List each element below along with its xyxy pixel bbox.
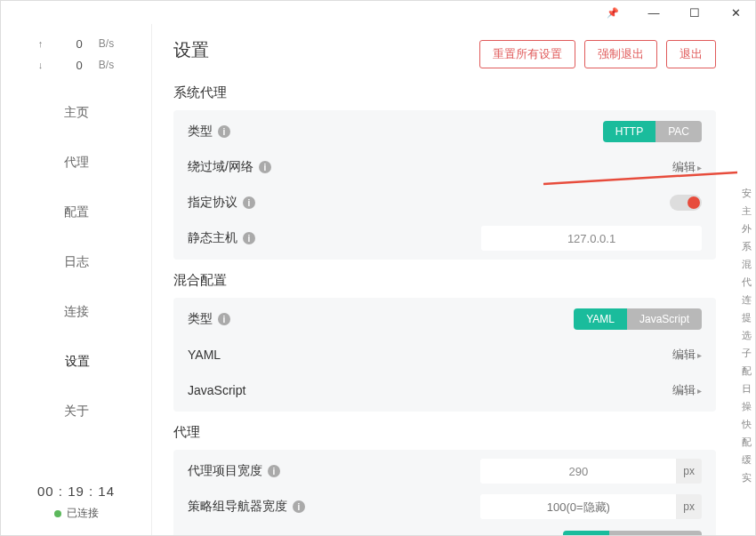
row-custom-sort: 自定义节点排序 默认 延迟 字母 bbox=[188, 524, 702, 536]
chevron-right-icon: ▸ bbox=[697, 163, 702, 172]
unit-px: px bbox=[676, 494, 702, 519]
mixin-type-label: 类型 bbox=[188, 311, 213, 327]
toggle-knob bbox=[688, 196, 700, 209]
force-quit-button[interactable]: 强制退出 bbox=[584, 40, 657, 68]
close-button[interactable]: ✕ bbox=[720, 1, 752, 24]
download-unit: B/s bbox=[99, 59, 114, 71]
section-proxy-title: 代理 bbox=[173, 424, 716, 441]
upload-unit: B/s bbox=[99, 37, 114, 50]
row-mixin-type: 类型 i YAML JavaScript bbox=[188, 301, 702, 337]
sidebar: ↑ 0 B/s ↓ 0 B/s 主页 代理 配置 日志 连接 设置 关于 00 … bbox=[1, 24, 152, 536]
seg-pac[interactable]: PAC bbox=[655, 121, 702, 142]
window-titlebar: 📌 — ☐ ✕ bbox=[1, 1, 755, 24]
seg-sort-default[interactable]: 默认 bbox=[563, 531, 609, 537]
row-yaml: YAML 编辑▸ bbox=[188, 337, 702, 372]
seg-sort-alpha[interactable]: 字母 bbox=[655, 531, 702, 537]
reset-all-button[interactable]: 重置所有设置 bbox=[479, 40, 575, 68]
nav-settings[interactable]: 设置 bbox=[1, 337, 151, 387]
info-icon[interactable]: i bbox=[218, 313, 230, 325]
item-width-label: 代理项目宽度 bbox=[188, 463, 262, 479]
proxy-type-segment[interactable]: HTTP PAC bbox=[603, 121, 702, 142]
row-nav-width: 策略组导航器宽度 i px bbox=[188, 489, 702, 524]
nav-connections[interactable]: 连接 bbox=[1, 287, 151, 337]
pin-icon[interactable]: 📌 bbox=[597, 1, 629, 24]
row-specify-protocol: 指定协议 i bbox=[188, 185, 702, 220]
nav-proxies[interactable]: 代理 bbox=[1, 138, 151, 188]
uptime-clock: 00 : 19 : 14 bbox=[1, 484, 151, 499]
seg-http[interactable]: HTTP bbox=[603, 121, 655, 142]
quit-button[interactable]: 退出 bbox=[666, 40, 716, 68]
info-icon[interactable]: i bbox=[218, 125, 230, 138]
info-icon[interactable]: i bbox=[243, 196, 255, 209]
bypass-label: 绕过域/网络 bbox=[188, 159, 253, 175]
yaml-edit-button[interactable]: 编辑▸ bbox=[672, 347, 702, 363]
mixin-card: 类型 i YAML JavaScript YAML 编辑▸ JavaScript… bbox=[173, 298, 716, 412]
row-item-width: 代理项目宽度 i px bbox=[188, 453, 702, 489]
specify-protocol-toggle[interactable] bbox=[670, 195, 702, 211]
sort-segment[interactable]: 默认 延迟 字母 bbox=[563, 531, 702, 537]
nav-width-label: 策略组导航器宽度 bbox=[188, 499, 287, 515]
connection-status: 已连接 bbox=[1, 506, 151, 521]
nav-menu: 主页 代理 配置 日志 连接 设置 关于 bbox=[1, 88, 151, 473]
seg-yaml[interactable]: YAML bbox=[574, 308, 627, 330]
chevron-right-icon: ▸ bbox=[697, 386, 702, 396]
javascript-label: JavaScript bbox=[188, 383, 245, 397]
speed-indicator: ↑ 0 B/s ↓ 0 B/s bbox=[1, 24, 151, 88]
connection-label: 已连接 bbox=[67, 506, 99, 521]
mixin-type-segment[interactable]: YAML JavaScript bbox=[574, 308, 702, 330]
download-arrow-icon: ↓ bbox=[38, 60, 49, 70]
row-bypass: 绕过域/网络 i 编辑▸ bbox=[188, 149, 702, 185]
upload-arrow-icon: ↑ bbox=[38, 38, 49, 49]
upload-speed: 0 bbox=[65, 37, 83, 51]
right-index-strip[interactable]: 安主外 系混代 连提选 子配日 操快配 缓实 bbox=[737, 24, 755, 536]
nav-logs[interactable]: 日志 bbox=[1, 237, 151, 287]
info-icon[interactable]: i bbox=[259, 161, 271, 173]
page-header: 设置 重置所有设置 强制退出 退出 bbox=[173, 38, 716, 68]
content-area: 设置 重置所有设置 强制退出 退出 系统代理 类型 i HTTP PAC bbox=[152, 24, 737, 536]
download-speed: 0 bbox=[65, 59, 83, 72]
unit-px: px bbox=[676, 459, 702, 484]
seg-javascript[interactable]: JavaScript bbox=[627, 308, 702, 330]
item-width-input[interactable] bbox=[480, 459, 676, 484]
section-system-proxy-title: 系统代理 bbox=[173, 84, 716, 101]
proxy-type-label: 类型 bbox=[188, 124, 213, 140]
specify-protocol-label: 指定协议 bbox=[188, 195, 237, 211]
status-panel: 00 : 19 : 14 已连接 bbox=[1, 473, 151, 536]
seg-sort-latency[interactable]: 延迟 bbox=[609, 531, 655, 537]
nav-about[interactable]: 关于 bbox=[1, 387, 151, 436]
info-icon[interactable]: i bbox=[293, 500, 305, 513]
status-dot-icon bbox=[54, 510, 61, 517]
nav-home[interactable]: 主页 bbox=[1, 88, 151, 138]
page-title: 设置 bbox=[173, 38, 209, 62]
nav-width-input[interactable] bbox=[480, 494, 676, 519]
row-static-host: 静态主机 i bbox=[188, 220, 702, 256]
maximize-button[interactable]: ☐ bbox=[679, 1, 711, 24]
yaml-label: YAML bbox=[188, 348, 221, 362]
bypass-edit-button[interactable]: 编辑▸ bbox=[672, 159, 702, 175]
info-icon[interactable]: i bbox=[243, 232, 255, 244]
minimize-button[interactable]: — bbox=[638, 1, 670, 24]
row-javascript: JavaScript 编辑▸ bbox=[188, 372, 702, 408]
chevron-right-icon: ▸ bbox=[697, 350, 702, 360]
row-proxy-type: 类型 i HTTP PAC bbox=[188, 114, 702, 149]
system-proxy-card: 类型 i HTTP PAC 绕过域/网络 i 编辑▸ 指定协 bbox=[173, 110, 716, 260]
static-host-input[interactable] bbox=[481, 226, 702, 251]
nav-profiles[interactable]: 配置 bbox=[1, 188, 151, 237]
info-icon[interactable]: i bbox=[268, 465, 280, 477]
proxy-card: 代理项目宽度 i px 策略组导航器宽度 i px 自定义 bbox=[173, 450, 716, 536]
section-mixin-title: 混合配置 bbox=[173, 272, 716, 289]
javascript-edit-button[interactable]: 编辑▸ bbox=[672, 382, 702, 398]
static-host-label: 静态主机 bbox=[188, 230, 237, 246]
